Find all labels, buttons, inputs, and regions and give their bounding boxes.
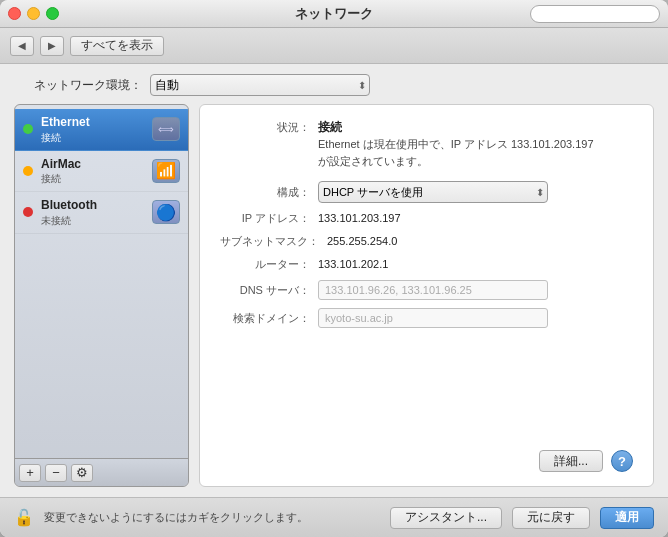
dns-label: DNS サーバ： bbox=[220, 283, 310, 298]
status-label: 状況： bbox=[220, 120, 310, 135]
assistant-button[interactable]: アシスタント... bbox=[390, 507, 502, 529]
toolbar: ◀ ▶ すべてを表示 bbox=[0, 28, 668, 64]
sidebar-item-bluetooth[interactable]: Bluetooth 未接続 🔵 bbox=[15, 192, 188, 234]
wifi-icon: 📶 bbox=[152, 159, 180, 183]
domain-label: 検索ドメイン： bbox=[220, 311, 310, 326]
env-select-wrap: 自動 bbox=[150, 74, 370, 96]
router-row: ルーター： 133.101.202.1 bbox=[220, 257, 633, 272]
sidebar-item-status-airmac: 接続 bbox=[41, 172, 152, 185]
sidebar-item-ethernet[interactable]: Ethernet 接続 ⟺ bbox=[15, 109, 188, 151]
domain-input[interactable] bbox=[318, 308, 548, 328]
config-select[interactable]: DHCP サーバを使用 bbox=[318, 181, 548, 203]
back-button[interactable]: ◀ bbox=[10, 36, 34, 56]
config-label: 構成： bbox=[220, 185, 310, 200]
search-input[interactable] bbox=[530, 5, 660, 23]
dns-input[interactable] bbox=[318, 280, 548, 300]
lock-icon[interactable]: 🔓 bbox=[14, 508, 34, 527]
domain-row: 検索ドメイン： bbox=[220, 308, 633, 328]
ip-label: IP アドレス： bbox=[220, 211, 310, 226]
status-row: 状況： 接続 Ethernet は現在使用中で、IP アドレス 133.101.… bbox=[220, 119, 633, 169]
env-select[interactable]: 自動 bbox=[150, 74, 370, 96]
window-title: ネットワーク bbox=[295, 5, 373, 23]
sidebar-footer: + − ⚙ bbox=[15, 458, 188, 486]
add-button[interactable]: + bbox=[19, 464, 41, 482]
apply-button[interactable]: 適用 bbox=[600, 507, 654, 529]
forward-button[interactable]: ▶ bbox=[40, 36, 64, 56]
lock-text: 変更できないようにするにはカギをクリックします。 bbox=[44, 510, 380, 525]
sidebar-item-text-bluetooth: Bluetooth 未接続 bbox=[41, 198, 152, 227]
show-all-button[interactable]: すべてを表示 bbox=[70, 36, 164, 56]
env-label: ネットワーク環境： bbox=[34, 77, 142, 94]
router-value: 133.101.202.1 bbox=[318, 258, 388, 270]
help-button[interactable]: ? bbox=[611, 450, 633, 472]
sidebar-item-name-airmac: AirMac bbox=[41, 157, 152, 173]
sidebar: Ethernet 接続 ⟺ AirMac 接続 📶 bbox=[14, 104, 189, 487]
subnet-value: 255.255.254.0 bbox=[327, 235, 397, 247]
maximize-button[interactable] bbox=[46, 7, 59, 20]
middle-section: Ethernet 接続 ⟺ AirMac 接続 📶 bbox=[14, 104, 654, 487]
dns-row: DNS サーバ： bbox=[220, 280, 633, 300]
minimize-button[interactable] bbox=[27, 7, 40, 20]
gear-button[interactable]: ⚙ bbox=[71, 464, 93, 482]
detail-panel: 状況： 接続 Ethernet は現在使用中で、IP アドレス 133.101.… bbox=[199, 104, 654, 487]
status-desc: Ethernet は現在使用中で、IP アドレス 133.101.203.197… bbox=[318, 136, 594, 169]
config-row: 構成： DHCP サーバを使用 bbox=[220, 181, 633, 203]
ethernet-icon: ⟺ bbox=[152, 117, 180, 141]
env-row: ネットワーク環境： 自動 bbox=[14, 74, 654, 96]
titlebar: ネットワーク bbox=[0, 0, 668, 28]
sidebar-item-name-bluetooth: Bluetooth bbox=[41, 198, 152, 214]
main-content: ネットワーク環境： 自動 Ethernet 接続 bbox=[0, 64, 668, 497]
network-window: ネットワーク ◀ ▶ すべてを表示 ネットワーク環境： 自動 bbox=[0, 0, 668, 537]
config-select-wrap: DHCP サーバを使用 bbox=[318, 181, 548, 203]
sidebar-item-text-airmac: AirMac 接続 bbox=[41, 157, 152, 186]
status-value: 接続 bbox=[318, 120, 342, 134]
detail-actions: 詳細... ? bbox=[220, 450, 633, 472]
status-dot-ethernet bbox=[23, 124, 33, 134]
status-dot-bluetooth bbox=[23, 207, 33, 217]
status-dot-airmac bbox=[23, 166, 33, 176]
sidebar-item-status-ethernet: 接続 bbox=[41, 131, 152, 144]
sidebar-list: Ethernet 接続 ⟺ AirMac 接続 📶 bbox=[15, 105, 188, 458]
traffic-lights bbox=[8, 7, 59, 20]
subnet-row: サブネットマスク： 255.255.254.0 bbox=[220, 234, 633, 249]
close-button[interactable] bbox=[8, 7, 21, 20]
ip-value: 133.101.203.197 bbox=[318, 212, 401, 224]
sidebar-item-airmac[interactable]: AirMac 接続 📶 bbox=[15, 151, 188, 193]
status-value-group: 接続 Ethernet は現在使用中で、IP アドレス 133.101.203.… bbox=[318, 119, 594, 169]
bluetooth-icon: 🔵 bbox=[152, 200, 180, 224]
bottombar: 🔓 変更できないようにするにはカギをクリックします。 アシスタント... 元に戻… bbox=[0, 497, 668, 537]
ip-row: IP アドレス： 133.101.203.197 bbox=[220, 211, 633, 226]
router-label: ルーター： bbox=[220, 257, 310, 272]
sidebar-item-name-ethernet: Ethernet bbox=[41, 115, 152, 131]
sidebar-item-text-ethernet: Ethernet 接続 bbox=[41, 115, 152, 144]
titlebar-right bbox=[530, 5, 660, 23]
subnet-label: サブネットマスク： bbox=[220, 234, 319, 249]
remove-button[interactable]: − bbox=[45, 464, 67, 482]
sidebar-item-status-bluetooth: 未接続 bbox=[41, 214, 152, 227]
detail-button[interactable]: 詳細... bbox=[539, 450, 603, 472]
revert-button[interactable]: 元に戻す bbox=[512, 507, 590, 529]
